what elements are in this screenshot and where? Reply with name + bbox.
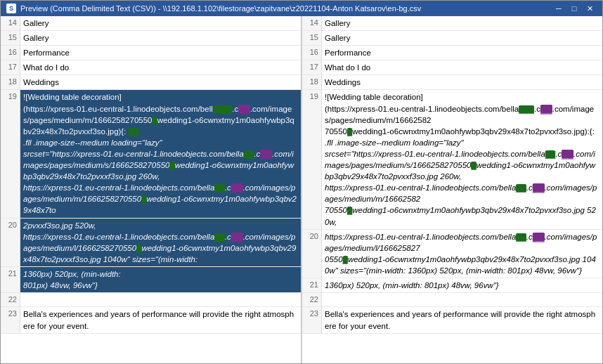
window-title: Preview (Comma Delimited Text (CSV)) - \… bbox=[20, 4, 421, 13]
row-content: What do I do bbox=[20, 60, 301, 74]
main-window: S Preview (Comma Delimited Text (CSV)) -… bbox=[0, 0, 603, 364]
row-content bbox=[20, 293, 301, 306]
row-content: What do I do bbox=[322, 60, 602, 74]
row-content bbox=[322, 293, 602, 306]
table-row: 20 2pvxxf3so.jpg 520w, https://xpress-01… bbox=[1, 219, 301, 267]
maximize-button[interactable]: □ bbox=[567, 3, 581, 14]
row-content: Weddings bbox=[20, 75, 301, 89]
row-number: 20 bbox=[1, 219, 20, 266]
row-number: 15 bbox=[1, 31, 20, 45]
table-row: 22 bbox=[302, 293, 602, 307]
row-number: 23 bbox=[1, 307, 20, 332]
row-number: 23 bbox=[302, 307, 322, 332]
table-row: 23 Bella's experiences and years of perf… bbox=[302, 307, 602, 333]
row-content: 1360px) 520px, (min-width:801px) 48vw, 9… bbox=[20, 267, 301, 292]
title-bar: S Preview (Comma Delimited Text (CSV)) -… bbox=[1, 1, 602, 16]
table-row: 17 What do I do bbox=[302, 60, 602, 75]
table-row: 16 Performance bbox=[1, 46, 301, 60]
table-row: 19 ![Wedding table decoration] (https://… bbox=[1, 90, 301, 218]
row-content: Gallery bbox=[322, 16, 602, 30]
table-row: 15 Gallery bbox=[1, 31, 301, 46]
close-button[interactable]: ✕ bbox=[583, 3, 597, 14]
row-content: Bella's experiences and years of perform… bbox=[322, 307, 602, 332]
row-number: 16 bbox=[302, 46, 322, 60]
row-number: 21 bbox=[302, 278, 322, 292]
row-content: 1360px) 520px, (min-width: 801px) 48vw, … bbox=[322, 278, 602, 292]
row-number: 21 bbox=[1, 267, 20, 292]
row-content: Gallery bbox=[20, 31, 301, 45]
row-number: 14 bbox=[302, 16, 322, 30]
table-row: 18 Weddings bbox=[302, 75, 602, 90]
row-number: 17 bbox=[302, 60, 322, 74]
row-number: 15 bbox=[302, 31, 322, 45]
right-pane[interactable]: 14 Gallery 15 Gallery 16 Performance 17 … bbox=[302, 16, 602, 363]
row-content: Bella's experiences and years of perform… bbox=[20, 307, 301, 332]
row-content: 2pvxxf3so.jpg 520w, https://xpress-01.eu… bbox=[20, 219, 301, 266]
row-number: 16 bbox=[1, 46, 20, 60]
table-row: 23 Bella's experiences and years of perf… bbox=[1, 307, 301, 333]
row-number: 19 bbox=[302, 90, 322, 228]
left-pane[interactable]: 14 Gallery 15 Gallery 16 Performance 17 … bbox=[1, 16, 302, 363]
table-row: 19 ![Wedding table decoration] (https://… bbox=[302, 90, 602, 229]
table-row: 16 Performance bbox=[302, 46, 602, 60]
row-content: Performance bbox=[20, 46, 301, 60]
row-content: Performance bbox=[322, 46, 602, 60]
title-bar-left: S Preview (Comma Delimited Text (CSV)) -… bbox=[6, 4, 421, 13]
row-content: https://xpress-01.eu-central-1.linodeobj… bbox=[322, 230, 602, 278]
table-row: 17 What do I do bbox=[1, 60, 301, 75]
row-number: 22 bbox=[302, 293, 322, 306]
row-content: Gallery bbox=[20, 16, 301, 30]
table-row: 14 Gallery bbox=[302, 16, 602, 31]
app-icon: S bbox=[6, 4, 16, 13]
table-row: 15 Gallery bbox=[302, 31, 602, 46]
row-number: 20 bbox=[302, 230, 322, 278]
table-row: 22 bbox=[1, 293, 301, 307]
row-content: Weddings bbox=[322, 75, 602, 89]
minimize-button[interactable]: ─ bbox=[552, 3, 566, 14]
row-number: 22 bbox=[1, 293, 20, 306]
table-row: 18 Weddings bbox=[1, 75, 301, 90]
row-content: ![Wedding table decoration] (https://xpr… bbox=[20, 90, 301, 217]
table-row: 14 Gallery bbox=[1, 16, 301, 31]
content-area: 14 Gallery 15 Gallery 16 Performance 17 … bbox=[1, 16, 602, 363]
row-content: Gallery bbox=[322, 31, 602, 45]
row-number: 19 bbox=[1, 90, 20, 217]
row-number: 17 bbox=[1, 60, 20, 74]
row-number: 18 bbox=[302, 75, 322, 89]
table-row: 21 1360px) 520px, (min-width: 801px) 48v… bbox=[302, 278, 602, 293]
table-row: 20 https://xpress-01.eu-central-1.linode… bbox=[302, 230, 602, 278]
row-number: 14 bbox=[1, 16, 20, 30]
window-controls: ─ □ ✕ bbox=[552, 3, 597, 14]
row-number: 18 bbox=[1, 75, 20, 89]
row-content: ![Wedding table decoration] (https://xpr… bbox=[322, 90, 602, 228]
table-row: 21 1360px) 520px, (min-width:801px) 48vw… bbox=[1, 267, 301, 293]
